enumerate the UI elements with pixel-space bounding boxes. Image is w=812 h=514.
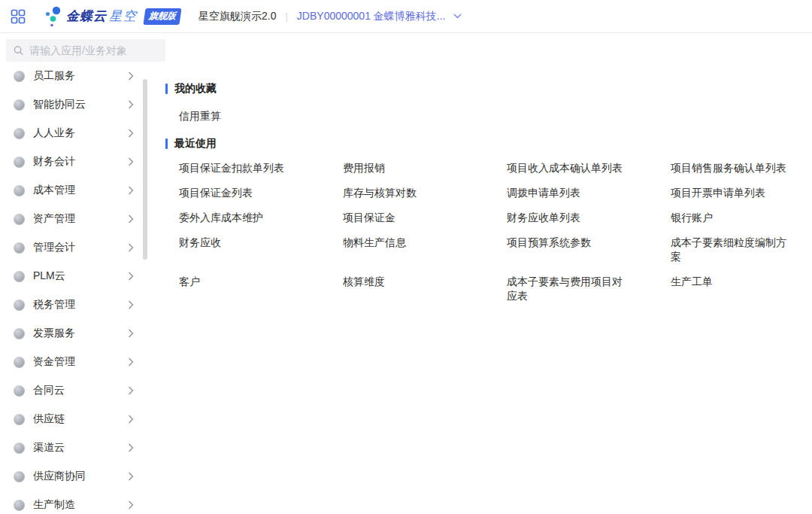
module-icon [14, 214, 25, 225]
module-sidebar: 员工服务 智能协同云 人人业务 财务会计 成本管理 资产管理 [0, 62, 147, 514]
sidebar-item-label: 管理会计 [33, 241, 128, 254]
module-icon [14, 328, 25, 339]
sidebar-item[interactable]: 人人业务 [0, 119, 147, 148]
menu-item-link[interactable]: 委外入库成本维护 [179, 211, 301, 225]
module-icon [14, 185, 25, 196]
sidebar-item-label: 资金管理 [33, 355, 128, 369]
sidebar-item-label: 发票服务 [33, 327, 128, 340]
chevron-down-icon [453, 14, 462, 19]
favorites-title: 我的收藏 [174, 82, 217, 96]
sidebar-item-label: 智能协同云 [33, 98, 128, 111]
module-icon [14, 99, 25, 111]
menu-item-link[interactable]: 调拨申请单列表 [507, 186, 629, 200]
menu-item-link[interactable]: 项目销售服务确认单列表 [671, 161, 792, 175]
sidebar-item-label: 税务管理 [33, 298, 128, 312]
sidebar-item[interactable]: 资产管理 [0, 205, 147, 233]
sidebar-item[interactable]: 供应链 [0, 405, 147, 433]
menu-item-link[interactable]: 财务应收 [179, 236, 301, 264]
sidebar-item[interactable]: 管理会计 [0, 233, 147, 262]
menu-item-link[interactable]: 客户 [179, 275, 301, 303]
main-content: 我的收藏 信用重算 最近使用 项目保证金扣款单列表 费用报销 项目收入成本确认单… [165, 33, 812, 514]
chevron-right-icon [128, 443, 134, 452]
section-accent-bar [165, 138, 168, 149]
chevron-right-icon [128, 100, 134, 109]
menu-item-link[interactable]: 财务应收单列表 [507, 211, 629, 225]
sidebar-item-label: 资产管理 [33, 212, 128, 226]
section-accent-bar [165, 84, 168, 94]
menu-item-link[interactable]: 项目保证金列表 [179, 186, 301, 200]
account-selector[interactable]: JDBY00000001 金蝶博雅科技... [297, 10, 462, 23]
sidebar-item-label: 人人业务 [33, 126, 128, 140]
edition-badge: 旗舰版 [143, 8, 181, 25]
sidebar-item[interactable]: 成本管理 [0, 176, 147, 205]
module-icon [14, 157, 25, 168]
sidebar-scrollbar[interactable] [143, 79, 147, 260]
menu-item-link[interactable]: 信用重算 [179, 109, 221, 123]
app-header: 金蝶云 星空 旗舰版 星空旗舰演示2.0 | JDBY00000001 金蝶博雅… [0, 0, 812, 33]
chevron-right-icon [128, 157, 134, 166]
chevron-right-icon [128, 386, 134, 395]
sidebar-item-label: 财务会计 [33, 155, 128, 169]
chevron-right-icon [128, 472, 134, 481]
sidebar-item-label: 渠道云 [33, 441, 128, 455]
chevron-right-icon [128, 272, 134, 281]
sidebar-item[interactable]: 资金管理 [0, 348, 147, 376]
sidebar-item-label: 合同云 [33, 384, 128, 397]
sidebar-item[interactable]: 发票服务 [0, 319, 147, 348]
favorites-list: 信用重算 [179, 109, 221, 123]
module-icon [14, 300, 25, 311]
module-icon [14, 414, 25, 425]
sidebar-item[interactable]: 税务管理 [0, 290, 147, 319]
sidebar-item[interactable]: 财务会计 [0, 148, 147, 176]
module-icon [14, 357, 25, 368]
menu-item-link[interactable]: 项目保证金 [343, 211, 465, 225]
favorites-section-header: 我的收藏 [165, 82, 217, 96]
menu-item-link[interactable]: 生产工单 [671, 275, 792, 303]
header-divider: | [285, 11, 287, 22]
sidebar-item[interactable]: 供应商协同 [0, 462, 147, 491]
menu-item-link[interactable]: 核算维度 [343, 275, 465, 303]
workspace-title: 星空旗舰演示2.0 [198, 10, 276, 23]
module-icon [14, 242, 25, 254]
sidebar-item-label: 供应商协同 [33, 470, 128, 483]
chevron-right-icon [128, 214, 134, 224]
menu-item-link[interactable]: 项目保证金扣款单列表 [179, 161, 301, 175]
sidebar-item[interactable]: 渠道云 [0, 433, 147, 462]
apps-grid-icon[interactable] [11, 9, 26, 24]
product-name: 星空 [109, 8, 138, 25]
brand-name: 金蝶云 [66, 8, 107, 25]
chevron-right-icon [128, 329, 134, 338]
sidebar-item[interactable]: PLM云 [0, 262, 147, 290]
module-icon [14, 71, 25, 82]
chevron-right-icon [128, 500, 134, 509]
chevron-right-icon [128, 357, 134, 366]
chevron-right-icon [128, 243, 134, 252]
module-icon [14, 385, 25, 397]
module-icon [14, 471, 25, 482]
search-icon [14, 45, 23, 56]
sidebar-item[interactable]: 员工服务 [0, 62, 147, 90]
module-icon [14, 500, 25, 511]
chevron-right-icon [128, 300, 134, 309]
chevron-right-icon [128, 186, 134, 195]
sidebar-item[interactable]: 智能协同云 [0, 90, 147, 119]
menu-item-link[interactable]: 成本子要素细粒度编制方案 [671, 236, 792, 264]
menu-item-link[interactable]: 项目预算系统参数 [507, 236, 629, 264]
menu-item-link[interactable]: 银行账户 [671, 211, 792, 225]
recent-section-header: 最近使用 [165, 137, 217, 151]
sidebar-item[interactable]: 生产制造 [0, 491, 147, 514]
menu-item-link[interactable]: 物料生产信息 [343, 236, 465, 264]
menu-item-link[interactable]: 成本子要素与费用项目对应表 [507, 275, 629, 303]
menu-item-link[interactable]: 费用报销 [343, 161, 465, 175]
menu-item-link[interactable]: 项目开票申请单列表 [671, 186, 792, 200]
module-icon [14, 271, 25, 282]
sidebar-item-label: 员工服务 [33, 69, 128, 83]
kingdee-logo-dots-icon [45, 5, 63, 28]
account-label: JDBY00000001 金蝶博雅科技... [297, 10, 446, 23]
chevron-right-icon [128, 129, 134, 138]
module-icon [14, 128, 25, 139]
menu-item-link[interactable]: 项目收入成本确认单列表 [507, 161, 629, 175]
menu-item-link[interactable]: 库存与核算对数 [343, 186, 465, 200]
sidebar-item[interactable]: 合同云 [0, 376, 147, 405]
sidebar-item-label: 供应链 [33, 412, 128, 426]
